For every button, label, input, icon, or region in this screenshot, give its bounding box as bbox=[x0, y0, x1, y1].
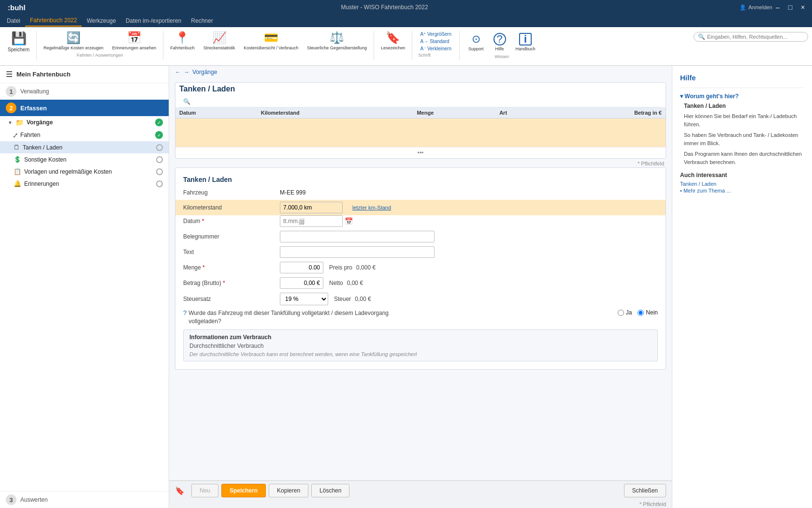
toolbar-search-box[interactable]: 🔍 bbox=[694, 32, 808, 42]
menu-fahrtenbuch[interactable]: Fahrtenbuch 2022 bbox=[25, 15, 82, 27]
datum-input-group: 📅 bbox=[280, 215, 353, 227]
wissen-group: ⊙ Support ? Hilfe i Handbuch Wissen bbox=[463, 29, 541, 61]
pflichtfeld-label-top: * Pflichtfeld bbox=[638, 161, 664, 166]
sidebar-item-sonstige[interactable]: 💲 Sonstige Kosten bbox=[0, 153, 169, 165]
sidebar-section-verwaltung[interactable]: 1 Verwaltung bbox=[0, 83, 169, 100]
forward-arrow-icon[interactable]: → bbox=[184, 69, 189, 75]
toolbar-steuerliche[interactable]: ⚖️ Steuerliche Gegenüberstellung bbox=[303, 29, 371, 53]
toolbar-regelmaessige[interactable]: 🔄 Regelmäßige Kosten erzeugen bbox=[40, 29, 107, 53]
radio-nein[interactable] bbox=[638, 310, 644, 316]
help-link-0[interactable]: Tanken / Laden bbox=[680, 180, 804, 187]
search-input[interactable] bbox=[707, 34, 804, 40]
steuerliche-label: Steuerliche Gegenüberstellung bbox=[307, 45, 367, 51]
schliessen-button[interactable]: Schließen bbox=[624, 484, 666, 497]
info-subtitle: Durchschnittlicher Verbrauch bbox=[189, 343, 652, 349]
section-3-num: 3 bbox=[6, 494, 16, 505]
folder-icon: 📁 bbox=[15, 119, 24, 126]
help-link-1[interactable]: • Mehr zum Thema ... bbox=[680, 187, 804, 194]
radio-ja-label[interactable]: Ja bbox=[618, 309, 632, 316]
datum-input[interactable] bbox=[280, 215, 343, 227]
sidebar-item-erinnerungen[interactable]: 🔔 Erinnerungen bbox=[0, 178, 169, 190]
sidebar-category-vorgaenge[interactable]: ▼ 📁 Vorgänge ✓ bbox=[0, 116, 169, 129]
col-art: Art bbox=[495, 107, 547, 119]
section-3-label: Auswerten bbox=[20, 496, 48, 503]
vorlagen-status bbox=[156, 168, 163, 175]
toolbar-separator-3 bbox=[374, 31, 374, 60]
toolbar-handbuch[interactable]: i Handbuch bbox=[512, 31, 539, 53]
vollgetankt-question: Wurde das Fahrzeug mit dieser Tankfüllun… bbox=[188, 309, 392, 326]
betrag-input[interactable] bbox=[280, 277, 323, 289]
toolbar-strecken[interactable]: 📈 Streckenstatistik bbox=[200, 29, 239, 52]
toolbar-fahrtenbuch[interactable]: 📍 Fahrtenbuch bbox=[166, 29, 199, 52]
toolbar-speichern[interactable]: 💾 Speichern bbox=[4, 29, 33, 54]
kosten-icon: 💳 bbox=[264, 31, 278, 45]
kilometerstand-input[interactable] bbox=[280, 202, 343, 213]
sidebar-header-label: Mein Fahrtenbuch bbox=[16, 71, 71, 78]
calendar-icon[interactable]: 📅 bbox=[345, 217, 353, 225]
erinnerungen-icon: 📅 bbox=[127, 31, 142, 45]
sonstige-icon: 💲 bbox=[14, 156, 21, 163]
font-increase-button[interactable]: A⁺ Vergrößern bbox=[418, 31, 453, 37]
sidebar-header: ☰ Mein Fahrtenbuch bbox=[0, 66, 169, 83]
toolbar-hilfe[interactable]: ? Hilfe bbox=[490, 31, 510, 53]
menu-datei[interactable]: Datei bbox=[2, 15, 25, 26]
fahrten-auswertungen-label: Fahrten / Auswertungen bbox=[77, 53, 123, 58]
sidebar-item-tanken[interactable]: 🗒 Tanken / Laden bbox=[0, 141, 169, 153]
steuersatz-group: 7 % 19 % 0 % Steuer 0,00 € bbox=[280, 293, 371, 305]
fahrzeug-value: M-EE 999 bbox=[280, 189, 305, 196]
menu-rechner[interactable]: Rechner bbox=[186, 15, 218, 26]
menu-daten[interactable]: Daten im-/exportieren bbox=[121, 15, 186, 26]
radio-ja[interactable] bbox=[618, 310, 624, 316]
sidebar-section-erfassen[interactable]: 2 Erfassen bbox=[0, 100, 169, 116]
tanken-status bbox=[156, 144, 163, 151]
list-table: Datum Kilometerstand Menge Art Betrag in… bbox=[175, 107, 666, 148]
help-para-2: Das Programm kann Ihnen den durchschnitt… bbox=[684, 150, 804, 166]
login-label[interactable]: Anmelden bbox=[748, 4, 772, 10]
steuerliche-icon: ⚖️ bbox=[330, 31, 344, 45]
speichern-button[interactable]: Speichern bbox=[221, 484, 266, 497]
steuersatz-select[interactable]: 7 % 19 % 0 % bbox=[280, 293, 328, 305]
form-section: Tanken / Laden Fahrzeug M-EE 999 Kilomet… bbox=[175, 167, 666, 370]
main-layout: ☰ Mein Fahrtenbuch 1 Verwaltung 2 Erfass… bbox=[0, 66, 812, 508]
help-para-0: Hier können Sie bei Bedarf ein Tank-/ La… bbox=[684, 112, 804, 128]
hamburger-icon[interactable]: ☰ bbox=[6, 70, 13, 79]
bookmark-icon[interactable]: 🔖 bbox=[175, 486, 185, 495]
menu-werkzeuge[interactable]: Werkzeuge bbox=[82, 15, 120, 26]
loeschen-button[interactable]: Löschen bbox=[311, 484, 349, 497]
font-decrease-button[interactable]: A⁻ Verkleinern bbox=[418, 45, 453, 52]
toolbar-support[interactable]: ⊙ Support bbox=[464, 31, 488, 53]
toolbar-kosten[interactable]: 💳 Kostenübersicht / Verbrauch bbox=[240, 29, 302, 53]
maximize-button[interactable]: □ bbox=[785, 2, 796, 13]
close-button[interactable]: × bbox=[798, 2, 808, 13]
list-search-input[interactable] bbox=[192, 98, 658, 105]
neu-button[interactable]: Neu bbox=[191, 484, 218, 497]
belegnummer-input[interactable] bbox=[280, 231, 435, 242]
belegnummer-label: Belegnummer bbox=[183, 233, 280, 240]
handbuch-icon: i bbox=[519, 33, 532, 45]
letzter-km-link[interactable]: letzter km-Stand bbox=[352, 205, 391, 210]
sidebar-item-vorlagen[interactable]: 📋 Vorlagen und regelmäßige Kosten bbox=[0, 165, 169, 178]
toolbar-lesezeichen[interactable]: 🔖 Lesezeichen bbox=[377, 29, 409, 52]
toolbar-erinnerungen[interactable]: 📅 Erinnerungen ansehen bbox=[108, 29, 160, 53]
form-row-betrag: Betrag (Brutto) Netto 0,00 € bbox=[183, 277, 658, 289]
font-standard-button[interactable]: A→ Standard bbox=[418, 38, 453, 45]
kopieren-button[interactable]: Kopieren bbox=[269, 484, 308, 497]
sidebar-section-auswerten[interactable]: 3 Auswerten bbox=[0, 492, 169, 508]
menge-input[interactable] bbox=[280, 262, 323, 273]
fahrzeug-label: Fahrzeug bbox=[183, 189, 280, 196]
expand-button[interactable]: ••• bbox=[175, 148, 666, 158]
regelmaessige-icon: 🔄 bbox=[66, 31, 81, 45]
breadcrumb: ← → Vorgänge bbox=[169, 66, 672, 78]
bottom-bar: 🔖 Neu Speichern Kopieren Löschen Schließ… bbox=[169, 480, 672, 500]
help-section-title[interactable]: ▾ Worum geht's hier? bbox=[680, 93, 804, 100]
minimize-button[interactable]: – bbox=[772, 2, 783, 13]
back-arrow-icon[interactable]: ← bbox=[175, 69, 181, 75]
vorgaenge-status: ✓ bbox=[155, 119, 163, 126]
title-bar: :buhl Muster - WISO Fahrtenbuch 2022 👤 A… bbox=[0, 0, 812, 15]
text-input[interactable] bbox=[280, 246, 435, 258]
support-label: Support bbox=[468, 46, 484, 51]
info-section: Informationen zum Verbrauch Durchschnitt… bbox=[183, 329, 658, 361]
fahrtenbuch-icon: 📍 bbox=[175, 31, 189, 45]
sidebar-item-fahrten[interactable]: ⑇ Fahrten ✓ bbox=[0, 129, 169, 141]
radio-nein-label[interactable]: Nein bbox=[638, 309, 658, 316]
